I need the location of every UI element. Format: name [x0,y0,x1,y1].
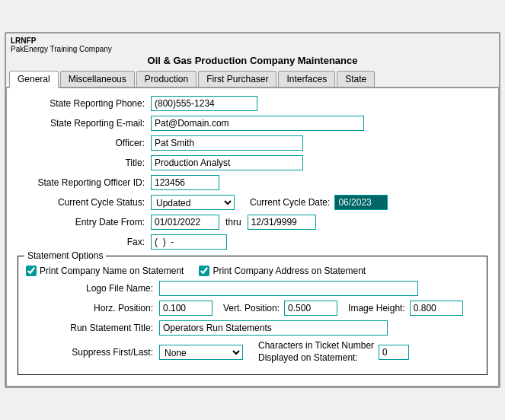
officer-label: Officer: [18,138,151,148]
vert-position-label: Vert. Position: [223,303,280,313]
title-input[interactable] [151,155,303,170]
logo-file-name-label: Logo File Name: [26,283,159,294]
officer-row: Officer: [18,135,487,151]
officer-id-label: State Reporting Officer ID: [18,177,151,188]
state-reporting-email-row: State Reporting E-mail: [18,116,487,131]
characters-ticket-label: Characters in Ticket NumberDisplayed on … [258,340,374,364]
entry-date-thru-label: thru [225,217,241,228]
print-company-address-item: Print Company Address on Statement [199,266,366,276]
suppress-first-last-label: Suppress First/Last: [26,347,159,358]
vert-position-input[interactable] [284,301,337,316]
logo-file-name-row: Logo File Name: [26,281,479,296]
entry-date-row: Entry Date From: thru [18,215,487,230]
print-company-name-item: Print Company Name on Statement [26,266,184,276]
state-reporting-email-label: State Reporting E-mail: [18,118,151,129]
fax-label: Fax: [18,237,151,247]
state-reporting-phone-row: State Reporting Phone: [18,96,487,111]
officer-id-row: State Reporting Officer ID: [18,175,487,190]
tab-interfaces[interactable]: Interfaces [278,71,335,87]
characters-ticket-input[interactable] [379,345,409,360]
fax-row: Fax: [18,234,487,250]
state-reporting-phone-input[interactable] [151,96,257,111]
company-id: LRNFP [11,37,494,45]
run-statement-title-label: Run Statement Title: [26,323,159,333]
run-statement-title-row: Run Statement Title: [26,320,479,336]
window-title: Oil & Gas Production Company Maintenance [11,53,494,69]
logo-file-name-input[interactable] [159,281,418,296]
tab-state[interactable]: State [337,71,375,87]
tab-general[interactable]: General [9,71,59,88]
officer-input[interactable] [151,135,303,151]
title-label: Title: [18,158,151,168]
state-reporting-email-input[interactable] [151,116,364,131]
fax-input[interactable] [151,234,227,250]
window-header: LRNFP PakEnergy Training Company Oil & G… [6,33,499,71]
position-row: Horz. Position: Vert. Position: Image He… [26,301,479,316]
cycle-status-label: Current Cycle Status: [18,197,151,208]
tab-miscellaneous[interactable]: Miscellaneous [60,71,135,87]
state-reporting-phone-label: State Reporting Phone: [18,98,151,109]
cycle-date-input[interactable] [334,195,388,210]
company-name: PakEnergy Training Company [11,45,494,53]
officer-id-input[interactable] [151,175,219,190]
tab-bar: General Miscellaneous Production First P… [6,71,499,88]
content-area: State Reporting Phone: State Reporting E… [6,88,499,387]
statement-options-section: Statement Options Print Company Name on … [18,256,487,375]
cycle-date-label: Current Cycle Date: [250,197,330,208]
image-height-input[interactable] [410,301,463,316]
checkbox-row: Print Company Name on Statement Print Co… [26,266,479,276]
entry-date-to-input[interactable] [248,215,316,230]
suppress-first-last-select[interactable]: None [159,345,243,360]
title-row: Title: [18,155,487,170]
statement-options-title: Statement Options [24,250,106,261]
print-company-name-checkbox[interactable] [26,266,37,276]
horz-position-label: Horz. Position: [26,303,159,313]
tab-first-purchaser[interactable]: First Purchaser [198,71,276,87]
print-company-name-label: Print Company Name on Statement [40,266,184,276]
entry-date-label: Entry Date From: [18,217,151,228]
image-height-label: Image Height: [348,303,405,313]
cycle-status-select[interactable]: Updated [151,195,235,210]
horz-position-input[interactable] [159,301,213,316]
run-statement-title-input[interactable] [159,320,388,336]
suppress-row: Suppress First/Last: None Characters in … [26,340,479,364]
print-company-address-label: Print Company Address on Statement [213,266,366,276]
entry-date-from-input[interactable] [151,215,219,230]
print-company-address-checkbox[interactable] [199,266,209,276]
tab-production[interactable]: Production [136,71,197,87]
main-window: LRNFP PakEnergy Training Company Oil & G… [5,32,500,388]
cycle-status-row: Current Cycle Status: Updated Current Cy… [18,195,487,210]
